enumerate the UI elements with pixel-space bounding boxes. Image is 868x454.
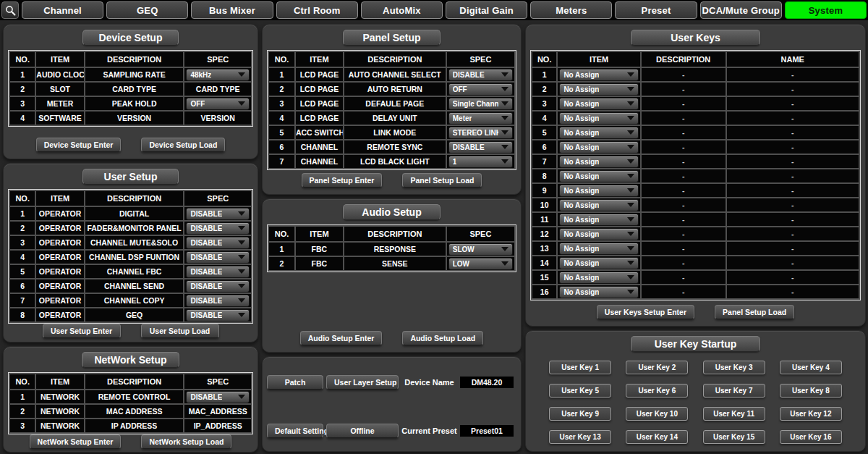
audio-setup-load-button[interactable]: Audio Setup Load <box>402 331 483 345</box>
user-setup-dropdown[interactable]: DISABLE <box>186 309 250 321</box>
user-key-12-button[interactable]: User Key 12 <box>780 407 842 421</box>
cell-no: 4 <box>269 112 294 125</box>
user-keys-dropdown[interactable]: No Assign <box>559 199 638 211</box>
device-setup-dropdown[interactable]: OFF <box>186 98 250 110</box>
user-setup-enter-button[interactable]: User Setup Enter <box>43 324 121 338</box>
chevron-down-icon <box>627 188 634 193</box>
tab-bus-mixer[interactable]: Bus Mixer <box>191 1 273 19</box>
user-keys-dropdown[interactable]: No Assign <box>559 156 638 168</box>
panel-setup-dropdown[interactable]: DISABLE <box>448 141 513 154</box>
cell-no: 14 <box>532 256 556 269</box>
cell-no: 1 <box>10 390 35 403</box>
user-key-14-button[interactable]: User Key 14 <box>626 430 688 444</box>
device-setup-dropdown[interactable]: 48kHz <box>186 69 250 81</box>
spec-cell: DISABLE <box>184 236 251 249</box>
network-setup-enter-button[interactable]: NetWork Setup Enter <box>30 434 122 449</box>
panel-setup-dropdown[interactable]: OFF <box>448 83 513 96</box>
user-key-10-button[interactable]: User Key 10 <box>626 407 688 421</box>
user-key-16-button[interactable]: User Key 16 <box>780 430 842 444</box>
user-keys-dropdown[interactable]: No Assign <box>559 112 638 125</box>
user-keys-dropdown[interactable]: No Assign <box>559 127 638 139</box>
user-keys-dropdown[interactable]: No Assign <box>559 83 638 96</box>
user-keys-dropdown[interactable]: No Assign <box>559 228 638 240</box>
panel-setup-dropdown[interactable]: Single Channel <box>448 98 513 110</box>
tab-system[interactable]: System <box>785 1 867 19</box>
network-setup-table: NO.ITEMDESCRIPTIONSPEC1NETWORKREMOTE CON… <box>8 372 253 434</box>
dropdown-selected-value: DISABLE <box>190 239 222 247</box>
panel-setup-load-button[interactable]: Panel Setup Load <box>715 305 794 319</box>
network-setup-load-button[interactable]: NetWork Setup Load <box>141 434 231 449</box>
table-row: 13No Assign-- <box>532 242 859 255</box>
search-button[interactable] <box>1 1 19 19</box>
user-key-11-button[interactable]: User Key 11 <box>703 407 765 421</box>
user-keys-dropdown[interactable]: No Assign <box>559 286 638 298</box>
cell-description: - <box>642 227 726 240</box>
device-setup-enter-button[interactable]: Device Setup Enter <box>36 138 122 152</box>
left-column: Device Setup NO.ITEMDESCRIPTIONSPEC1AUDI… <box>3 24 258 454</box>
panel-setup-dropdown[interactable]: STEREO LINK <box>448 127 513 139</box>
user-keys-dropdown[interactable]: No Assign <box>559 214 638 226</box>
user-keys-dropdown[interactable]: No Assign <box>559 243 638 255</box>
panel-setup-dropdown[interactable]: 1 <box>448 156 513 168</box>
user-key-9-button[interactable]: User Key 9 <box>549 407 611 421</box>
user-setup-dropdown[interactable]: DISABLE <box>186 295 250 307</box>
cell-no: 1 <box>10 207 35 220</box>
device-setup-load-button[interactable]: Device Setup Load <box>141 138 225 152</box>
offline-button[interactable]: Offline <box>326 424 399 438</box>
default-setting-button[interactable]: Default Setting <box>267 424 323 438</box>
cell-no: 7 <box>269 155 294 168</box>
patch-button[interactable]: Patch <box>267 375 323 390</box>
tab-preset[interactable]: Preset <box>615 1 697 19</box>
panel-setup-dropdown[interactable]: DISABLE <box>448 69 513 81</box>
dropdown-selected-value: No Assign <box>563 259 599 267</box>
user-key-3-button[interactable]: User Key 3 <box>703 361 765 374</box>
panel-setup-enter-button[interactable]: Panel Setup Enter <box>302 173 383 188</box>
cell-no: 1 <box>269 68 294 81</box>
tab-geq[interactable]: GEQ <box>106 1 188 19</box>
tab-meters[interactable]: Meters <box>530 1 612 19</box>
user-layer-setup-button[interactable]: User Layer Setup <box>326 375 399 390</box>
user-key-1-button[interactable]: User Key 1 <box>549 361 611 374</box>
user-keys-dropdown[interactable]: No Assign <box>559 98 638 110</box>
user-keys-dropdown[interactable]: No Assign <box>559 141 638 154</box>
audio-setup-enter-button[interactable]: Audio Setup Enter <box>300 331 383 345</box>
user-setup-dropdown[interactable]: DISABLE <box>186 208 250 220</box>
header-row: NO.ITEMDESCRIPTIONSPEC <box>10 52 251 67</box>
user-key-5-button[interactable]: User Key 5 <box>549 384 611 398</box>
audio-setup-dropdown[interactable]: LOW <box>448 258 513 270</box>
panel-setup-load-button[interactable]: Panel Setup Load <box>402 173 482 188</box>
user-setup-dropdown[interactable]: DISABLE <box>186 222 250 235</box>
device-name-label: Device Name <box>401 378 457 387</box>
user-keys-setup-enter-button[interactable]: User Keys Setup Enter <box>597 305 694 319</box>
tab-channel[interactable]: Channel <box>22 1 103 19</box>
user-setup-dropdown[interactable]: DISABLE <box>186 251 250 264</box>
network-setup-dropdown[interactable]: DISABLE <box>186 391 250 403</box>
user-keys-dropdown[interactable]: No Assign <box>559 272 638 284</box>
user-keys-dropdown[interactable]: No Assign <box>559 69 638 81</box>
user-keys-dropdown[interactable]: No Assign <box>559 170 638 182</box>
user-key-7-button[interactable]: User Key 7 <box>703 384 765 398</box>
tab-automix[interactable]: AutoMix <box>361 1 443 19</box>
dropdown-selected-value: DISABLE <box>190 297 222 305</box>
user-key-6-button[interactable]: User Key 6 <box>626 384 688 398</box>
panel-setup-dropdown[interactable]: Meter <box>448 112 513 125</box>
user-key-15-button[interactable]: User Key 15 <box>703 430 765 444</box>
user-keys-dropdown[interactable]: No Assign <box>559 257 638 269</box>
user-key-8-button[interactable]: User Key 8 <box>780 384 842 398</box>
spec-cell: DISABLE <box>184 251 251 264</box>
spec-cell: No Assign <box>558 83 639 96</box>
tab-digital-gain[interactable]: Digital Gain <box>446 1 527 19</box>
dropdown-selected-value: No Assign <box>563 85 599 93</box>
user-key-2-button[interactable]: User Key 2 <box>626 361 688 374</box>
column-header-no: NO. <box>269 227 294 241</box>
user-key-13-button[interactable]: User Key 13 <box>549 430 611 444</box>
user-key-4-button[interactable]: User Key 4 <box>780 361 842 374</box>
user-setup-dropdown[interactable]: DISABLE <box>186 266 250 278</box>
user-setup-dropdown[interactable]: DISABLE <box>186 237 250 249</box>
user-keys-dropdown[interactable]: No Assign <box>559 185 638 197</box>
audio-setup-dropdown[interactable]: SLOW <box>448 243 513 256</box>
user-setup-load-button[interactable]: User Setup Load <box>141 324 219 338</box>
user-setup-dropdown[interactable]: DISABLE <box>186 280 250 293</box>
tab-dca-mute-group[interactable]: DCA/Mute Group <box>700 1 782 19</box>
tab-ctrl-room[interactable]: Ctrl Room <box>276 1 358 19</box>
